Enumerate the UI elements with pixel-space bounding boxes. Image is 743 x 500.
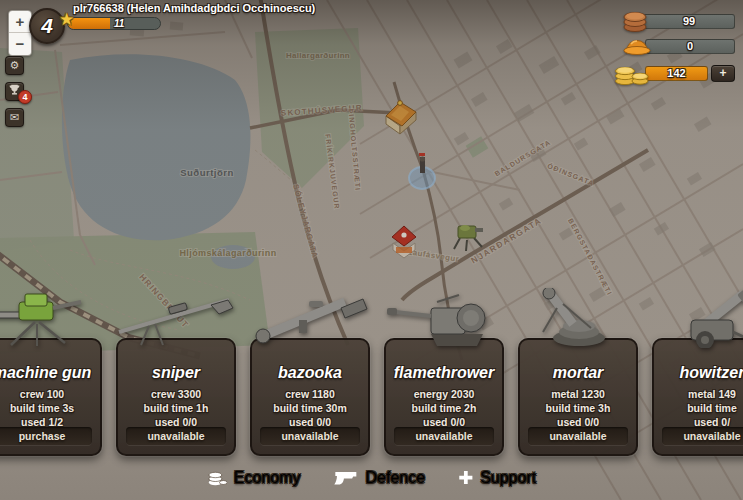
tab-label: Economy — [234, 469, 301, 487]
tab-economy[interactable]: Economy — [194, 462, 314, 493]
card-title: mortar — [520, 364, 636, 382]
gear-icon: ⚙ — [10, 59, 20, 71]
unavailable-button[interactable]: unavailable — [126, 427, 226, 446]
tab-defence[interactable]: Defence — [321, 462, 439, 493]
card-stats: metal 1230build time 3hused 0/0 — [520, 387, 636, 429]
card-title: flamethrower — [386, 364, 502, 382]
helmet-icon — [623, 36, 651, 57]
street-label: Hljómskálagarðurinn — [179, 248, 276, 258]
crew-resource-row: 0 — [623, 36, 735, 57]
street-label: Suðurtjörn — [180, 167, 234, 178]
crew-count: 0 — [645, 39, 735, 54]
coins-icon — [207, 470, 227, 486]
card-flamethrower[interactable]: flamethrower energy 2030build time 2huse… — [384, 338, 504, 456]
card-title: machine gun — [0, 364, 100, 382]
unavailable-button[interactable]: unavailable — [528, 427, 628, 446]
bricks-icon — [622, 10, 649, 33]
settings-button[interactable]: ⚙ — [5, 56, 24, 75]
card-stats: metal 149build timeused 0/ — [654, 387, 743, 429]
player-name: plr766638 (Helen Amihdadgbdci Occhinoesc… — [73, 2, 315, 14]
zoom-in-button[interactable]: + — [9, 11, 31, 33]
resource-panel: 99 0 142 + — [613, 10, 735, 86]
mail-button[interactable]: ✉ — [5, 108, 24, 127]
game-screen: SuðurtjörnHallargarðurinnSKOTHÚSVEGURFRÍ… — [0, 0, 743, 500]
add-gold-button[interactable]: + — [711, 65, 735, 82]
bricks-count: 99 — [643, 14, 735, 29]
bricks-resource-row: 99 — [622, 10, 735, 33]
plus-icon — [458, 470, 473, 485]
card-title: sniper — [118, 364, 234, 382]
xp-progress-bar: 11 — [67, 17, 161, 30]
purchase-button[interactable]: purchase — [0, 427, 92, 446]
card-bazooka[interactable]: bazooka crew 1180build time 30mused 0/0 … — [250, 338, 370, 456]
pistol-icon — [334, 469, 359, 486]
tab-label: Defence — [366, 469, 426, 487]
card-stats: crew 100build time 3sused 1/2 — [0, 387, 100, 429]
unavailable-button[interactable]: unavailable — [662, 427, 743, 446]
street-label: Hallargarðurinn — [286, 51, 350, 60]
zoom-out-button[interactable]: − — [9, 33, 31, 55]
card-mortar[interactable]: mortar metal 1230build time 3hused 0/0 u… — [518, 338, 638, 456]
card-sniper[interactable]: sniper crew 3300build time 1hused 0/0 un… — [116, 338, 236, 456]
mail-icon: ✉ — [10, 111, 19, 123]
star-icon: ★ — [59, 9, 74, 30]
card-stats: crew 3300build time 1hused 0/0 — [118, 387, 234, 429]
coins-icon — [613, 60, 651, 86]
tab-support[interactable]: Support — [445, 462, 549, 493]
card-stats: energy 2030build time 2hused 0/0 — [386, 387, 502, 429]
card-stats: crew 1180build time 30mused 0/0 — [252, 387, 368, 429]
map-zoom-control: + − — [8, 10, 32, 56]
gold-count: 142 — [645, 66, 708, 81]
weapon-card-strip: machine gun crew 100build time 3sused 1/… — [0, 338, 743, 456]
card-title: howitzer — [654, 364, 743, 382]
achievements-button[interactable]: 4 — [5, 82, 24, 101]
tab-label: Support — [480, 469, 536, 487]
card-machine-gun[interactable]: machine gun crew 100build time 3sused 1/… — [0, 338, 102, 456]
card-howitzer[interactable]: howitzer metal 149build timeused 0/ unav… — [652, 338, 743, 456]
unavailable-button[interactable]: unavailable — [260, 427, 360, 446]
xp-progress-fill — [68, 18, 110, 29]
gold-resource-row: 142 + — [613, 60, 735, 86]
card-title: bazooka — [252, 364, 368, 382]
category-tabs: Economy Defence Support — [194, 462, 549, 493]
xp-value: 11 — [114, 18, 144, 30]
achievements-badge: 4 — [18, 90, 32, 104]
unavailable-button[interactable]: unavailable — [394, 427, 494, 446]
